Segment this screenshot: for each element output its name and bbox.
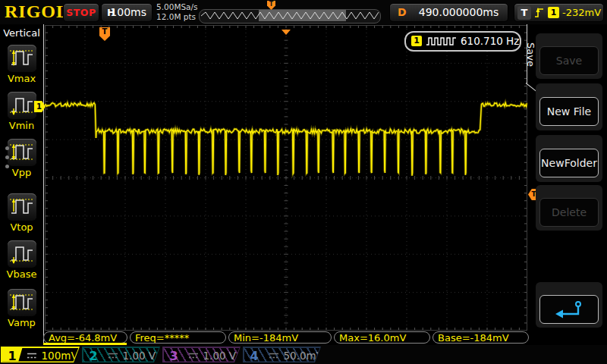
dc-coupling-icon	[269, 351, 279, 360]
delay-label: D	[398, 4, 407, 21]
rising-edge-icon	[534, 6, 545, 19]
page-dot-icon	[5, 146, 9, 150]
delete-button[interactable]: Delete	[539, 198, 599, 227]
horizontal-position-marker-icon[interactable]	[281, 30, 291, 35]
counter-channel-badge: 1	[411, 36, 422, 46]
menu-item-label: Vpp	[0, 167, 43, 178]
channel-1-number: 1	[2, 348, 23, 364]
trigger-label: T	[517, 6, 531, 20]
left-menu-title: Vertical	[0, 27, 43, 39]
vmax-icon	[8, 45, 36, 72]
dc-coupling-icon	[188, 351, 199, 360]
channel-2-box[interactable]: 2 1.00 V	[82, 347, 160, 362]
channel-2-number: 2	[83, 348, 104, 364]
ch1-waveform-trace	[45, 25, 527, 331]
memory-waveform-icon	[200, 10, 379, 21]
new-folder-button[interactable]: NewFolder	[539, 149, 599, 177]
menu-tab-save: Save	[525, 42, 536, 67]
timebase-box: H 100ms	[101, 3, 153, 22]
new-file-button[interactable]: New File	[539, 97, 599, 126]
channel-4-number: 4	[244, 348, 265, 364]
channel-3-box[interactable]: 3 1.00 V	[162, 347, 241, 362]
channel-3-scale: 1.00 V	[203, 348, 231, 364]
menu-item-label: Vamp	[0, 317, 43, 328]
menu-item-label: Vtop	[0, 221, 43, 233]
measurement-min[interactable]: Min=-184mV	[228, 331, 332, 344]
run-state-badge: STOP	[63, 3, 99, 22]
oscilloscope-screen: RIGOL STOP H 100ms 5.00MSa/s 12.0M pts T…	[0, 0, 607, 364]
page-dot-icon	[5, 155, 9, 159]
dc-coupling-icon	[108, 351, 118, 360]
sample-rate-readout: 5.00MSa/s 12.0M pts	[156, 2, 198, 22]
vpp-icon	[8, 139, 36, 166]
save-button[interactable]: Save	[539, 46, 599, 75]
channel-3-number: 3	[164, 348, 184, 364]
channel-4-box[interactable]: 4 50.0mV	[243, 347, 321, 362]
trigger-level-value: -232mV	[562, 4, 601, 21]
channel-1-inner: 1 100mV	[2, 348, 79, 362]
channel-status-bar: 1 100mV 2 1.00 V 3	[0, 345, 607, 364]
top-status-bar: RIGOL STOP H 100ms 5.00MSa/s 12.0M pts T…	[0, 0, 607, 24]
memory-depth: 12.0M pts	[156, 12, 198, 22]
back-button[interactable]	[539, 295, 599, 324]
channel-3-inner: 3 1.00 V	[164, 348, 240, 362]
brand-logo: RIGOL	[5, 2, 69, 22]
menu-item-label: Vmin	[0, 120, 43, 131]
vmin-icon	[8, 92, 36, 119]
frequency-counter: 1 610.710 Hz	[404, 31, 521, 52]
page-dot-icon	[5, 165, 9, 168]
measurement-freq[interactable]: Freq=*****	[130, 331, 226, 344]
sample-rate: 5.00MSa/s	[156, 2, 198, 12]
delay-box: D 490.000000ms	[389, 3, 508, 22]
return-arrow-icon	[553, 300, 585, 319]
channel-1-scale: 100mV	[42, 348, 70, 364]
dc-coupling-icon	[27, 351, 37, 360]
square-wave-icon	[426, 36, 458, 46]
channel-4-scale: 50.0mV	[284, 348, 311, 364]
frequency-value: 610.710 Hz	[461, 33, 519, 49]
trigger-source-badge: 1	[548, 7, 559, 18]
vtop-icon	[8, 193, 36, 221]
left-menu-separator	[43, 24, 44, 345]
trigger-box: T 1 -232mV	[514, 3, 604, 22]
measurement-base[interactable]: Base=-184mV	[432, 331, 529, 344]
memory-position-bar	[199, 9, 381, 24]
waveform-display	[45, 25, 527, 331]
delay-value: 490.000000ms	[414, 4, 503, 21]
timebase-value: 100ms	[110, 4, 146, 21]
vbase-icon	[8, 240, 36, 268]
menu-item-label: Vmax	[0, 73, 43, 84]
measurement-avg[interactable]: Avg=-64.8mV	[43, 331, 127, 344]
channel-2-scale: 1.00 V	[123, 348, 150, 364]
vamp-icon	[8, 289, 36, 316]
measurement-max[interactable]: Max=16.0mV	[334, 331, 430, 344]
channel-4-inner: 4 50.0mV	[244, 348, 320, 362]
channel-1-box[interactable]: 1 100mV	[1, 347, 80, 362]
menu-item-label: Vbase	[0, 268, 43, 280]
channel-2-inner: 2 1.00 V	[83, 348, 159, 362]
